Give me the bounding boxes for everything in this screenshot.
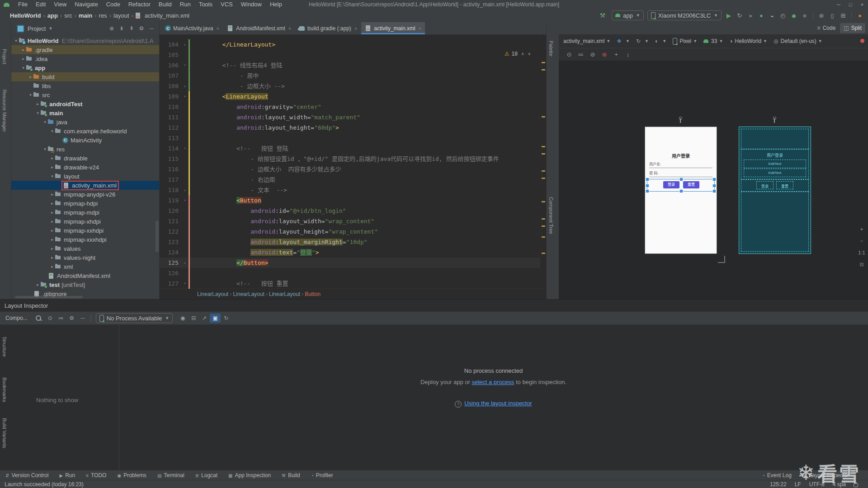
close-icon[interactable]: × bbox=[354, 26, 357, 31]
select-surface-icon[interactable]: ≔ bbox=[575, 51, 587, 58]
constraints-warning-icon[interactable]: ⊛ bbox=[599, 51, 610, 58]
attach-profiler-icon[interactable]: ◒ bbox=[767, 12, 778, 19]
rerun-icon[interactable]: ↻ bbox=[734, 12, 745, 19]
toolwindow-layout-inspector[interactable]: ▦Layout Inspector bbox=[802, 472, 849, 479]
sidebar-tab-structure[interactable]: Structure bbox=[2, 337, 7, 357]
collapse-all-icon[interactable]: ⇞ bbox=[127, 25, 137, 32]
toolwindow-logcat[interactable]: ≣Logcat bbox=[195, 472, 217, 479]
next-warning-icon[interactable]: ∨ bbox=[528, 52, 531, 56]
sidebar-tab-bookmarks[interactable]: Bookmarks bbox=[2, 377, 7, 402]
tree-item-src[interactable]: ▾src bbox=[11, 90, 159, 99]
menu-code[interactable]: Code bbox=[102, 0, 124, 9]
code-line-110[interactable]: 110 android:gravity="center" bbox=[160, 102, 540, 112]
tab-build.gradleapp[interactable]: build.gradle (:app)× bbox=[295, 22, 361, 34]
line-ending[interactable]: LF bbox=[795, 481, 801, 488]
profiler-icon[interactable]: ◴ bbox=[778, 12, 788, 19]
menu-vcs[interactable]: VCS bbox=[217, 0, 237, 9]
project-view-label[interactable]: Project bbox=[28, 25, 46, 32]
locale-menu[interactable]: ◎Default (en-us)▼ bbox=[774, 38, 822, 44]
zoom-fit-button[interactable]: ⊡ bbox=[859, 262, 863, 267]
snapshot-icon[interactable]: ⊟ bbox=[188, 315, 199, 321]
toolwindow-todo[interactable]: ≡TODO bbox=[86, 472, 106, 479]
tree-item-HelloWorld[interactable]: ▾HelloWorldE:\Share\Source\repos\Android… bbox=[11, 36, 159, 45]
menu-tools[interactable]: Tools bbox=[195, 0, 217, 9]
toolwindow-build[interactable]: ⚒Build bbox=[282, 472, 300, 479]
filter-icon[interactable]: ≔ bbox=[56, 315, 66, 321]
render-error-indicator-icon[interactable] bbox=[860, 39, 864, 43]
tree-item-libs[interactable]: libs bbox=[11, 81, 159, 90]
code-line-127[interactable]: 127▾ <!-- 按钮 重置 bbox=[160, 278, 540, 289]
code-line-114[interactable]: 114▾ <!-- 按钮 登陆 bbox=[160, 143, 540, 154]
refresh-icon[interactable]: ↻ bbox=[221, 315, 231, 321]
tree-item-drawable[interactable]: ▸drawable bbox=[11, 154, 159, 163]
tab-MainActivity.java[interactable]: CMainActivity.java× bbox=[161, 22, 223, 34]
device-menu[interactable]: Pixel▼ bbox=[673, 38, 697, 45]
tree-item-xml[interactable]: ▸xml bbox=[11, 262, 159, 271]
tree-item-.gradle[interactable]: ▸.gradle bbox=[11, 45, 159, 54]
caret-position[interactable]: 125:22 bbox=[770, 481, 787, 488]
tree-item-test[interactable]: ▸test [unitTest] bbox=[11, 280, 159, 289]
toolwindow-event-log[interactable]: ◔Event Log bbox=[762, 472, 792, 479]
resize-handle[interactable] bbox=[718, 256, 725, 263]
tree-item-app[interactable]: ▾app bbox=[11, 63, 159, 72]
tree-item-main[interactable]: ▾main bbox=[11, 108, 159, 117]
code-line-121[interactable]: 121 android:layout_width="wrap_content" bbox=[160, 216, 540, 226]
run-configuration-select[interactable]: app▼ bbox=[612, 10, 644, 20]
device-select[interactable]: Xiaomi M2006C3LC▼ bbox=[647, 10, 722, 20]
align-icon[interactable]: + bbox=[610, 51, 622, 58]
toolwindow-problems[interactable]: ◉Problems bbox=[117, 472, 146, 479]
breadcrumb-item[interactable]: HelloWorld bbox=[10, 12, 41, 19]
tree-item-com.example.helloworld[interactable]: ▾com.example.helloworld bbox=[11, 127, 159, 136]
xml-breadcrumb-item[interactable]: LinearLayout bbox=[269, 291, 300, 297]
code-line-116[interactable]: 116 - 边框大小 内容有多少就占多少 bbox=[160, 164, 540, 174]
code-line-124[interactable]: 124 android:text="登录"> bbox=[160, 247, 540, 258]
tree-item-mipmap-anydpi-v26[interactable]: ▸mipmap-anydpi-v26 bbox=[11, 190, 159, 199]
palette-tab[interactable]: Palette bbox=[548, 41, 554, 56]
tree-item-build[interactable]: ▸build bbox=[11, 72, 159, 81]
component-tree-tab[interactable]: Component Tree bbox=[548, 197, 554, 234]
toolwindow-app-inspection[interactable]: ▦App Inspection bbox=[228, 472, 271, 479]
hide-icon[interactable]: ─ bbox=[146, 25, 156, 32]
sidebar-tab-project[interactable]: Project bbox=[2, 49, 7, 64]
code-line-120[interactable]: 120 android:id="@+id/btn_login" bbox=[160, 206, 540, 216]
api-menu[interactable]: 33▼ bbox=[703, 38, 723, 44]
tree-item-layout[interactable]: ▾layout bbox=[11, 172, 159, 181]
close-icon[interactable]: × bbox=[419, 26, 421, 31]
breadcrumb-item[interactable]: app bbox=[47, 12, 58, 19]
theme-menu[interactable]: ◑HelloWorld▼ bbox=[729, 38, 767, 44]
menu-view[interactable]: View bbox=[50, 0, 71, 9]
design-preview[interactable]: 用户登录 用户名: 密 码: 登录 重置 bbox=[645, 127, 717, 254]
code-line-119[interactable]: 119▾ <Button bbox=[160, 195, 540, 206]
mode-split-button[interactable]: ◫Split bbox=[840, 23, 865, 33]
tree-item-mipmap-mdpi[interactable]: ▸mipmap-mdpi bbox=[11, 208, 159, 217]
toolwindow-terminal[interactable]: ▤Terminal bbox=[157, 472, 184, 479]
tree-item-mipmap-xxxhdpi[interactable]: ▸mipmap-xxxhdpi bbox=[11, 235, 159, 244]
apply-changes-icon[interactable]: » bbox=[745, 12, 756, 19]
code-line-107[interactable]: 107 - 居中 bbox=[160, 70, 540, 81]
orientation-button[interactable]: ↻▼ bbox=[636, 38, 649, 44]
code-area[interactable]: 104▴ </LinearLayout>105106▾ <!-- 线性布局4 登… bbox=[160, 35, 546, 289]
minimize-button[interactable]: ─ bbox=[833, 2, 844, 7]
menu-edit[interactable]: Edit bbox=[32, 0, 50, 9]
tree-item-mipmap-xxhdpi[interactable]: ▸mipmap-xxhdpi bbox=[11, 226, 159, 235]
tab-AndroidManifest.xml[interactable]: AndroidManifest.xml× bbox=[223, 22, 295, 34]
device-manager-icon[interactable]: ▯ bbox=[827, 12, 838, 19]
close-icon[interactable]: × bbox=[216, 26, 219, 31]
zoom-in-button[interactable]: + bbox=[860, 226, 863, 232]
menu-window[interactable]: Window bbox=[237, 0, 266, 9]
code-line-125[interactable]: 125▴ </Button> bbox=[160, 258, 540, 268]
xml-breadcrumb-item[interactable]: Button bbox=[305, 291, 321, 297]
tab-activity_main.xml[interactable]: <>activity_main.xml× bbox=[361, 22, 425, 34]
menu-build[interactable]: Build bbox=[155, 0, 176, 9]
encoding[interactable]: UTF-8 bbox=[809, 481, 825, 488]
tree-item-mipmap-xhdpi[interactable]: ▸mipmap-xhdpi bbox=[11, 217, 159, 226]
gradle-sync-icon[interactable]: ⊚ bbox=[816, 12, 827, 19]
tree-item-drawable-v24[interactable]: ▸drawable-v24 bbox=[11, 163, 159, 172]
blueprint-preview[interactable]: 用户登录 EditText EditText 登录 重置 bbox=[739, 127, 811, 254]
error-stripe[interactable] bbox=[540, 35, 546, 289]
run-icon[interactable]: ▶ bbox=[723, 12, 734, 19]
tree-item-values[interactable]: ▸values bbox=[11, 244, 159, 253]
search-icon[interactable] bbox=[36, 315, 41, 321]
menu-file[interactable]: File bbox=[14, 0, 32, 9]
close-button[interactable]: × bbox=[856, 2, 868, 7]
